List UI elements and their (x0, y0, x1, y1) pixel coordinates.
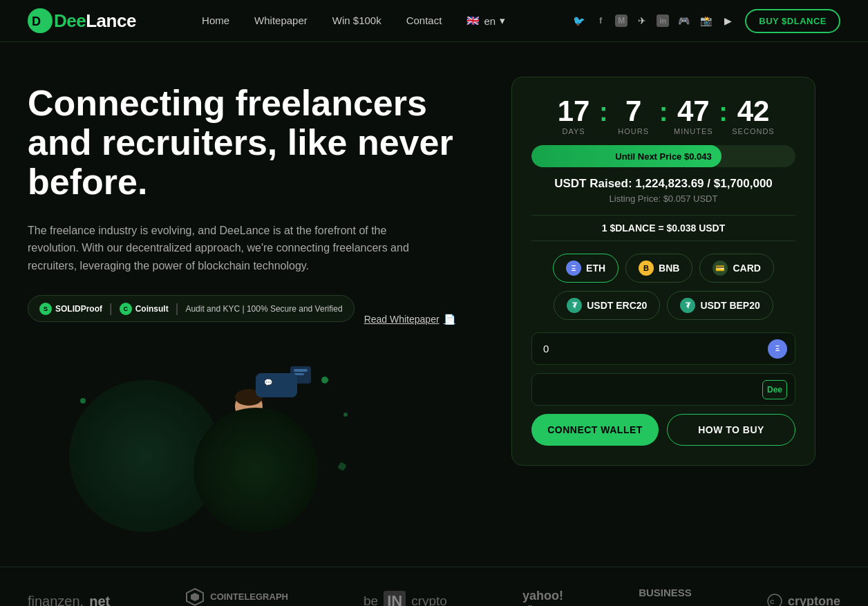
eth-label: ETH (586, 263, 605, 274)
eth-icon: Ξ (566, 261, 581, 276)
cryptonews-logo: C cryptone (767, 594, 840, 606)
footer-logos: finanzen.net COINTELEGRAPH The future of… (0, 567, 868, 606)
exchange-rate: 1 $DLANCE = $0.038 USDT (531, 215, 795, 241)
svg-rect-6 (294, 369, 308, 372)
card-icon: 💳 (713, 261, 728, 276)
audit-bar: S SOLIDProof | C Coinsult | Audit and KY… (28, 295, 355, 322)
hero-title: Connecting freelancers and recruiters, l… (28, 84, 484, 202)
svg-point-2 (321, 377, 328, 384)
dlance-amount-input[interactable] (531, 373, 795, 406)
buy-dlance-button[interactable]: BUY $DLANCE (745, 9, 840, 33)
read-whitepaper-link[interactable]: Read Whitepaper 📄 (364, 314, 455, 325)
svg-rect-33 (256, 373, 297, 397)
eth-input-group: Ξ (531, 332, 795, 365)
logo[interactable]: D DeeLance (28, 8, 136, 33)
countdown-sep2: : (659, 97, 668, 135)
usdt-bep20-btn[interactable]: ₮ USDT BEP20 (667, 291, 773, 320)
solidproof-logo: S SOLIDProof (39, 303, 102, 315)
finanzen-logo: finanzen.net (28, 594, 110, 606)
facebook-icon[interactable]: f (593, 13, 608, 28)
nav-links: Home Whitepaper Win $100k Contact 🇬🇧 en … (202, 15, 505, 27)
cointelegraph-logo: COINTELEGRAPH The future of money (185, 587, 288, 606)
countdown-hours: 7 HOURS (610, 97, 658, 135)
hero-description: The freelance industry is evolving, and … (28, 222, 428, 275)
nav-win[interactable]: Win $100k (332, 15, 381, 26)
youtube-icon[interactable]: ▶ (720, 13, 735, 28)
hero-section: Connecting freelancers and recruiters, l… (0, 42, 868, 567)
token-buttons-row1: Ξ ETH B BNB 💳 CARD (531, 254, 795, 283)
token-buttons-row2: ₮ USDT ERC20 ₮ USDT BEP20 (531, 291, 795, 320)
social-icons: 🐦 f M ✈ in 🎮 📸 ▶ (571, 13, 735, 28)
navbar: D DeeLance Home Whitepaper Win $100k Con… (0, 0, 868, 42)
telegram-icon[interactable]: ✈ (634, 13, 650, 28)
coinsult-logo: C Coinsult (120, 303, 169, 315)
card-token-btn[interactable]: 💳 CARD (699, 254, 773, 283)
countdown-seconds: 42 SECONDS (729, 97, 777, 135)
svg-rect-40 (337, 462, 347, 472)
usdt-erc20-label: USDT ERC20 (587, 300, 647, 311)
usdt-erc20-btn[interactable]: ₮ USDT ERC20 (554, 291, 660, 320)
lang-selector[interactable]: 🇬🇧 en ▾ (466, 15, 505, 27)
bnb-label: BNB (659, 263, 679, 274)
medium-icon[interactable]: M (615, 15, 628, 27)
dee-suffix-icon: Dee (762, 380, 787, 399)
beincrypto-logo: be IN crypto (364, 591, 447, 606)
dlance-input-group: Dee (531, 373, 795, 406)
twitter-icon[interactable]: 🐦 (571, 13, 586, 28)
linkedin-icon[interactable]: in (657, 15, 669, 27)
business-insider-logo: BUSINESS INSIDER (639, 587, 692, 606)
svg-point-3 (343, 413, 348, 417)
nav-home[interactable]: Home (202, 15, 229, 26)
usdt-bep20-label: USDT BEP20 (700, 300, 760, 311)
card-label: CARD (733, 263, 760, 274)
presale-card: 17 DAYS : 7 HOURS : 47 MINUTES : 42 SECO… (511, 77, 815, 466)
countdown-sep1: : (599, 97, 608, 135)
action-buttons: CONNECT WALLET HOW TO BUY (531, 414, 795, 446)
hero-illustration: ⚙ (28, 359, 373, 539)
connect-wallet-button[interactable]: CONNECT WALLET (531, 414, 659, 446)
listing-price: Listing Price: $0.057 USDT (531, 193, 795, 204)
eth-amount-input[interactable] (531, 332, 795, 365)
progress-bar: Until Next Price $0.043 (531, 145, 795, 167)
eth-token-btn[interactable]: Ξ ETH (553, 254, 619, 283)
usdt-erc20-icon: ₮ (567, 298, 582, 313)
how-to-buy-button[interactable]: HOW TO BUY (667, 414, 795, 446)
bnb-token-btn[interactable]: B BNB (625, 254, 692, 283)
countdown: 17 DAYS : 7 HOURS : 47 MINUTES : 42 SECO… (531, 97, 795, 135)
svg-text:💬: 💬 (264, 378, 273, 387)
svg-point-4 (80, 398, 86, 404)
svg-marker-42 (191, 593, 199, 601)
countdown-sep3: : (719, 97, 728, 135)
countdown-days: 17 DAYS (549, 97, 598, 135)
svg-text:C: C (770, 598, 775, 605)
svg-text:D: D (32, 15, 41, 28)
nav-contact[interactable]: Contact (406, 15, 442, 26)
discord-icon[interactable]: 🎮 (676, 13, 691, 28)
usdt-bep20-icon: ₮ (680, 298, 695, 313)
instagram-icon[interactable]: 📸 (698, 13, 713, 28)
eth-suffix-icon: Ξ (768, 339, 787, 359)
logo-text: DeeLance (54, 10, 136, 32)
countdown-minutes: 47 MINUTES (669, 97, 717, 135)
audit-text: Audit and KYC | 100% Secure and Verified (185, 304, 342, 314)
hero-left: Connecting freelancers and recruiters, l… (28, 77, 484, 539)
progress-text: Until Next Price $0.043 (615, 151, 711, 162)
yahoo-finance-logo: yahoo! finance (522, 589, 563, 606)
bnb-icon: B (639, 261, 654, 276)
nav-whitepaper[interactable]: Whitepaper (254, 15, 308, 26)
raised-amount: USDT Raised: 1,224,823.69 / $1,700,000 (531, 177, 795, 191)
